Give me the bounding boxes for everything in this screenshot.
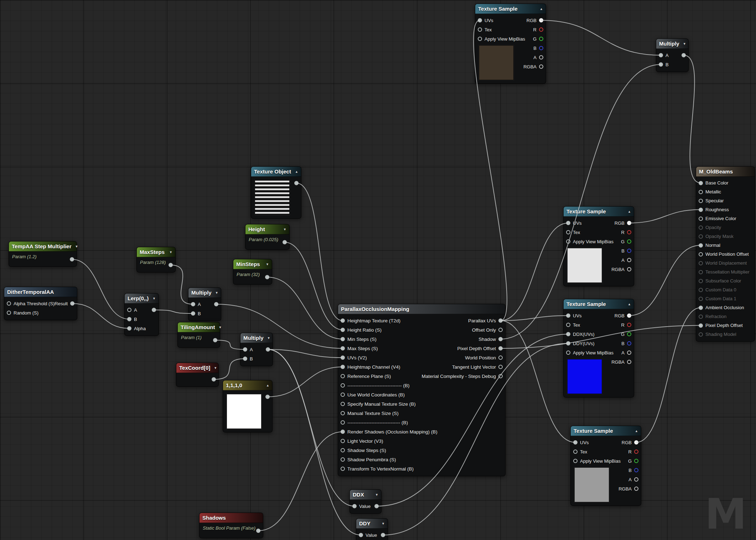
dropdown-icon[interactable]: ▼ — [267, 336, 270, 340]
output-pin[interactable] — [539, 27, 543, 32]
node-ts_gray[interactable]: Texture Sample▲UVsTexApply View MipBiasR… — [570, 426, 641, 506]
node-header[interactable]: M_OldBeams — [696, 167, 755, 177]
input-pin[interactable] — [566, 221, 570, 225]
input-pin[interactable] — [699, 243, 703, 248]
input-pin[interactable] — [352, 504, 357, 508]
output-pin[interactable] — [70, 257, 74, 261]
output-pin[interactable] — [213, 338, 217, 342]
input-pin[interactable] — [699, 225, 703, 230]
input-pin[interactable] — [699, 270, 703, 274]
input-pin[interactable] — [699, 323, 703, 328]
output-pin[interactable] — [265, 395, 270, 399]
input-pin[interactable] — [478, 37, 482, 41]
output-pin[interactable] — [627, 323, 631, 327]
input-pin[interactable] — [659, 62, 663, 67]
output-pin[interactable] — [381, 533, 385, 537]
output-pin[interactable] — [634, 450, 638, 454]
input-pin[interactable] — [566, 351, 570, 355]
output-pin[interactable] — [539, 55, 543, 59]
dropdown-icon[interactable]: ▼ — [683, 42, 686, 46]
input-pin[interactable] — [699, 181, 703, 185]
output-pin[interactable] — [539, 18, 543, 22]
output-pin[interactable] — [627, 341, 631, 346]
input-pin[interactable] — [191, 311, 195, 316]
dropdown-icon[interactable]: ▼ — [283, 228, 286, 231]
dropdown-icon[interactable]: ▼ — [266, 263, 269, 266]
output-pin[interactable] — [374, 504, 379, 508]
input-pin[interactable] — [341, 365, 345, 369]
input-pin[interactable] — [341, 402, 345, 406]
node-const4[interactable]: 1,1,1,0▲ — [223, 380, 273, 432]
node-header[interactable]: Multiply▼ — [240, 333, 273, 343]
output-pin[interactable] — [627, 249, 631, 253]
input-pin[interactable] — [573, 450, 578, 454]
dropdown-icon[interactable]: ▼ — [382, 522, 385, 525]
output-pin[interactable] — [634, 468, 638, 472]
input-pin[interactable] — [699, 261, 703, 265]
output-pin[interactable] — [627, 351, 631, 355]
node-minsteps[interactable]: MinSteps▼Param (32) — [233, 259, 272, 285]
node-mat[interactable]: M_OldBeamsBase ColorMetallicSpecularRoug… — [696, 166, 755, 342]
collapse-icon[interactable]: ▲ — [635, 429, 638, 433]
node-header[interactable]: Texture Sample▲ — [475, 4, 546, 14]
node-header[interactable]: ParallaxOcclusionMapping — [338, 304, 505, 314]
input-pin[interactable] — [7, 311, 11, 315]
input-pin[interactable] — [699, 199, 703, 203]
input-pin[interactable] — [7, 301, 11, 306]
output-pin[interactable] — [627, 267, 631, 271]
node-header[interactable]: MaxSteps▼ — [137, 247, 175, 257]
node-ts_top[interactable]: Texture Sample▲UVsTexApply View MipBiasR… — [475, 4, 546, 84]
node-header[interactable]: Texture Object▲ — [251, 167, 301, 177]
node-header[interactable]: Texture Sample▲ — [564, 207, 634, 217]
output-pin[interactable] — [627, 360, 631, 364]
input-pin[interactable] — [341, 457, 345, 462]
input-pin[interactable] — [341, 318, 345, 323]
node-header[interactable]: TilingAmount▼ — [178, 322, 220, 332]
input-pin[interactable] — [566, 323, 570, 327]
input-pin[interactable] — [243, 357, 247, 361]
collapse-icon[interactable]: ▲ — [540, 7, 543, 11]
output-pin[interactable] — [265, 275, 269, 279]
input-pin[interactable] — [341, 328, 345, 332]
output-pin[interactable] — [627, 313, 631, 318]
input-pin[interactable] — [341, 355, 345, 360]
output-pin[interactable] — [634, 477, 638, 482]
node-header[interactable]: 1,1,1,0▲ — [223, 380, 272, 390]
input-pin[interactable] — [699, 234, 703, 239]
output-pin[interactable] — [627, 258, 631, 262]
output-pin[interactable] — [634, 440, 638, 445]
output-pin[interactable] — [682, 53, 686, 57]
node-header[interactable]: Multiply▼ — [656, 39, 688, 49]
node-header[interactable]: TexCoord[0]▼ — [176, 363, 218, 373]
collapse-icon[interactable]: ▲ — [295, 170, 298, 173]
output-pin[interactable] — [169, 263, 173, 267]
node-mul_top[interactable]: Multiply▼AB — [656, 38, 689, 72]
node-ddx[interactable]: DDX▼Value — [349, 489, 382, 514]
input-pin[interactable] — [341, 420, 345, 425]
input-pin[interactable] — [699, 297, 703, 301]
dropdown-icon[interactable]: ▼ — [75, 245, 78, 248]
input-pin[interactable] — [699, 332, 703, 337]
input-pin[interactable] — [699, 288, 703, 292]
input-pin[interactable] — [699, 217, 703, 221]
input-pin[interactable] — [699, 208, 703, 212]
input-pin[interactable] — [341, 337, 345, 341]
node-tex_obj[interactable]: Texture Object▲ — [251, 166, 301, 219]
collapse-icon[interactable]: ▲ — [628, 210, 631, 213]
node-header[interactable]: TempAA Step Multiplier▼ — [9, 242, 77, 251]
output-pin[interactable] — [627, 332, 631, 336]
input-pin[interactable] — [341, 467, 345, 471]
node-header[interactable]: Texture Sample▲ — [571, 426, 641, 436]
input-pin[interactable] — [341, 430, 345, 434]
output-pin[interactable] — [627, 230, 631, 234]
input-pin[interactable] — [478, 18, 482, 22]
node-header[interactable]: Lerp(0,,)▼ — [125, 294, 159, 303]
input-pin[interactable] — [566, 239, 570, 244]
output-pin[interactable] — [498, 328, 503, 332]
node-header[interactable]: DDX▼ — [350, 490, 381, 500]
output-pin[interactable] — [498, 365, 503, 369]
output-pin[interactable] — [283, 240, 287, 244]
input-pin[interactable] — [566, 341, 570, 346]
node-pom[interactable]: ParallaxOcclusionMappingHeightmap Textur… — [338, 304, 506, 476]
input-pin[interactable] — [191, 302, 195, 306]
